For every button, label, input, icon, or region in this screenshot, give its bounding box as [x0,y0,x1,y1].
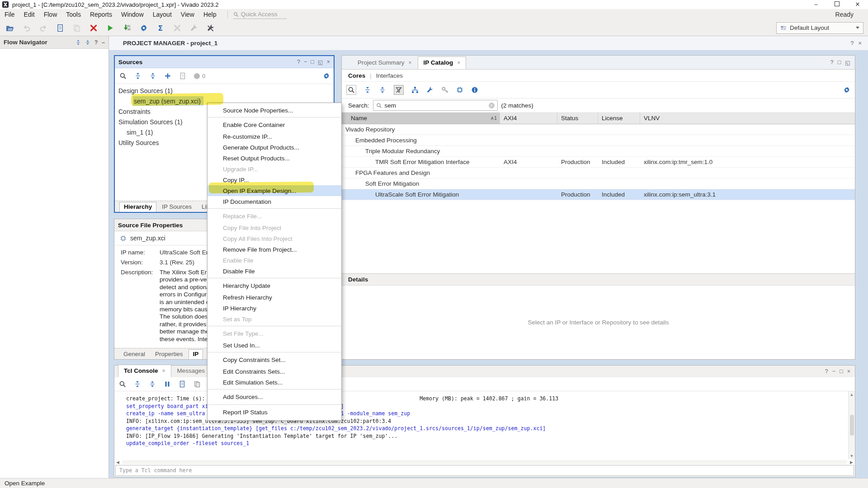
table-row[interactable]: Vivado Repository [342,124,855,135]
tab-project-summary[interactable]: Project Summary × [352,56,418,69]
context-menu-item[interactable]: IP Documentation [208,196,341,207]
column-name[interactable]: Name ∧1 [342,113,500,124]
search-icon[interactable] [119,72,127,80]
report-icon[interactable] [193,380,201,388]
context-menu-item[interactable]: Generate Output Products... [208,142,341,153]
sum-sigma-icon[interactable] [154,22,167,34]
menu-item[interactable]: Layout [148,11,176,18]
context-menu-item[interactable]: IP Hierarchy [208,303,341,314]
context-menu-item[interactable]: Edit Simulation Sets... [208,377,341,388]
maximize-icon[interactable]: □ [311,59,314,66]
scroll-up-icon[interactable]: ▲ [850,392,853,397]
column-status[interactable]: Status [557,113,598,124]
close-button[interactable]: ✕ [847,0,868,9]
menu-item[interactable]: Reports [85,11,117,18]
highlight-icon[interactable] [188,22,200,34]
context-menu-item[interactable]: Copy All Files Into Project [208,233,341,244]
float-icon[interactable]: ◱ [318,59,323,66]
open-project-icon[interactable] [4,22,16,34]
menu-item[interactable]: Flow [39,11,62,18]
ip-hierarchy-icon[interactable] [411,86,419,94]
context-menu-item[interactable]: Upgrade IP... [208,164,341,174]
horizontal-scrollbar[interactable]: ◀ ▶ [114,459,855,465]
quick-access-search[interactable]: Quick Access [233,10,287,19]
menu-item[interactable]: Help [199,11,221,18]
column-license[interactable]: License [598,113,640,124]
close-view-icon[interactable]: × [858,40,862,47]
context-menu-item[interactable]: Copy Constraints Set... [208,352,341,366]
menu-item[interactable]: View [176,11,199,18]
context-menu-item[interactable]: Add Sources... [208,389,341,403]
report-icon[interactable] [54,22,66,34]
minimize-icon[interactable]: − [832,368,835,375]
column-vlnv[interactable]: VLNV [640,113,855,124]
help-icon[interactable]: ? [94,39,98,46]
context-menu-item[interactable]: Copy File Into Project [208,222,341,233]
tcl-command-input[interactable]: Type a Tcl command here [115,465,854,476]
properties-tab[interactable]: Properties [151,349,188,359]
customize-ip-wrench-icon[interactable] [426,86,434,94]
close-icon[interactable]: × [847,368,850,375]
tab-messages[interactable]: Messages [171,365,211,377]
scroll-down-icon[interactable]: ▼ [850,454,853,458]
collapse-all-icon[interactable] [364,86,371,94]
collapse-all-icon[interactable] [75,40,81,45]
copy-icon[interactable] [71,22,83,34]
vertical-scrollbar[interactable]: ▲ ▼ [848,391,855,459]
scroll-left-icon[interactable]: ◀ [116,460,119,465]
copy-icon[interactable] [179,380,186,388]
column-axi4[interactable]: AXI4 [500,113,557,124]
context-menu-item[interactable]: Open IP Example Design... [208,185,341,196]
menu-item[interactable]: Tools [61,11,85,18]
minimize-icon[interactable]: − [304,59,307,66]
menu-item[interactable]: Edit [19,11,39,18]
run-icon[interactable] [104,22,117,34]
context-menu-item[interactable]: Re-customize IP... [208,131,341,142]
tab-tcl-console[interactable]: Tcl Console × [118,365,171,377]
context-menu-item[interactable]: Set Used In... [208,340,341,351]
settings-gear-icon[interactable] [843,86,850,94]
delete-icon[interactable] [87,22,100,34]
help-doc-icon[interactable] [179,72,186,80]
context-menu-item[interactable]: Reset Output Products... [208,153,341,164]
tab-ip-catalog[interactable]: IP Catalog × [418,56,467,69]
generate-bitstream-icon[interactable] [121,22,133,34]
minimize-panel-icon[interactable]: – [102,39,105,46]
table-row[interactable]: Soft Error Mitigation [342,178,855,189]
scrollbar-thumb[interactable] [850,415,854,436]
add-sources-icon[interactable] [164,72,171,80]
filter-icon[interactable] [394,85,404,95]
minimize-button[interactable]: – [806,0,826,9]
close-tab-icon[interactable]: × [457,60,460,66]
expand-all-icon[interactable] [149,72,156,80]
info-icon[interactable] [471,86,478,94]
layout-selector[interactable]: Default Layout [776,22,863,34]
context-menu-item[interactable]: Set File Type... [208,326,341,340]
context-menu-item[interactable]: Set as Top [208,314,341,324]
add-repository-chip-icon[interactable] [456,86,463,94]
search-icon[interactable] [346,85,356,95]
context-menu-item[interactable]: Replace File... [208,208,341,222]
validate-icon[interactable] [171,22,184,34]
table-row[interactable]: Embedded Processing [342,135,855,146]
context-menu-item[interactable]: Enable File [208,255,341,266]
pause-output-icon[interactable] [164,380,171,388]
properties-tab[interactable]: General [119,349,150,359]
search-input[interactable]: sem × [373,100,498,111]
tools-icon[interactable] [204,22,217,34]
redo-icon[interactable] [37,22,50,34]
help-icon[interactable]: ? [297,59,300,66]
maximize-icon[interactable]: □ [840,368,843,375]
float-icon[interactable]: ◱ [845,59,850,66]
collapse-all-icon[interactable] [134,380,141,388]
help-icon[interactable]: ? [850,40,854,47]
maximize-button[interactable] [826,0,847,9]
sources-tab[interactable]: Hierarchy [119,202,156,212]
help-icon[interactable]: ? [830,59,834,66]
close-icon[interactable]: × [327,59,330,66]
table-row[interactable]: FPGA Features and Design [342,168,855,178]
context-menu-item[interactable]: Hierarchy Update [208,278,341,292]
context-menu-item[interactable]: Remove File from Project... [208,244,341,255]
scroll-right-icon[interactable]: ▶ [850,460,853,465]
context-menu-item[interactable]: Edit Constraints Sets... [208,366,341,377]
